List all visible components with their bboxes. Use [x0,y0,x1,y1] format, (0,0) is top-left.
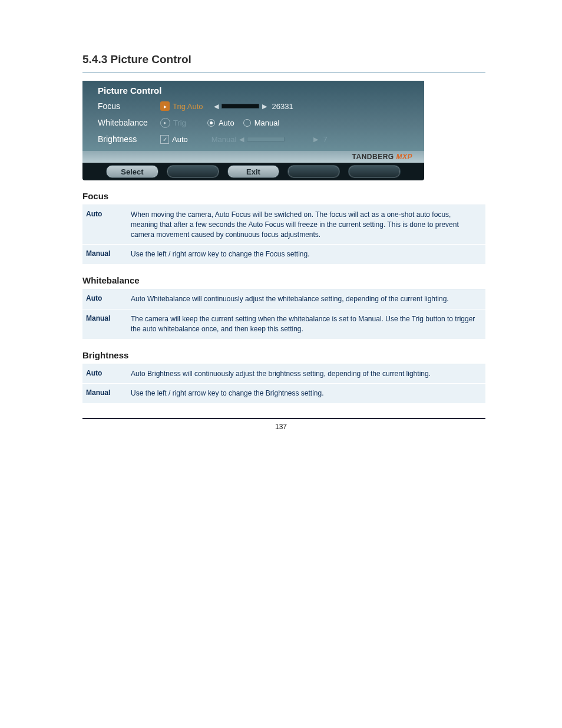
select-button[interactable]: Select [106,165,158,178]
panel-title: Picture Control [98,85,414,98]
picture-control-panel: Picture Control Focus ▸ Trig Auto ◀ ▶ 26… [82,81,424,180]
table-row: Auto Auto Whitebalance will continuously… [82,289,485,309]
focus-table: Auto When moving the camera, Auto Focus … [82,205,485,265]
table-row: Manual Use the left / right arrow key to… [82,245,485,265]
table-row: Manual Use the left / right arrow key to… [82,384,485,404]
focus-slider[interactable] [222,104,259,108]
table-row: Manual The camera will keep the current … [82,309,485,340]
blank-button-2[interactable] [287,165,340,178]
focus-label: Focus [98,101,156,111]
left-arrow-icon[interactable]: ◀ [214,103,219,110]
footer-rule [82,418,485,419]
brightness-row: Brightness ✓ Auto Manual ◀ ▶ 7 [98,131,414,147]
brightness-label: Brightness [98,134,156,144]
brightness-table: Auto Auto Brightness will continuously a… [82,364,485,404]
trig-auto-icon: ▸ [160,101,170,111]
play-icon: ▸ [160,118,170,128]
right-arrow-icon[interactable]: ▶ [262,103,267,110]
whitebalance-heading: Whitebalance [82,275,485,285]
brand-strip: TANDBERG MXP [82,151,424,163]
whitebalance-row: Whitebalance ▸ Trig Auto Manual [98,114,414,131]
whitebalance-label: Whitebalance [98,118,156,127]
wb-auto-radio[interactable]: Auto [207,118,234,127]
section-heading: 5.4.3 Picture Control [82,53,485,66]
page-number: 137 [0,423,562,431]
focus-row: Focus ▸ Trig Auto ◀ ▶ 26331 [98,98,414,114]
wb-manual-radio[interactable]: Manual [243,118,280,127]
blank-button-3[interactable] [348,165,401,178]
heading-rule [82,72,485,73]
left-arrow-icon[interactable]: ◀ [239,136,244,143]
brightness-heading: Brightness [82,350,485,360]
whitebalance-table: Auto Auto Whitebalance will continuously… [82,289,485,339]
brightness-value: 7 [323,135,327,144]
focus-value: 26331 [272,102,293,111]
brightness-slider[interactable] [247,137,285,141]
whitebalance-trig[interactable]: ▸ Trig [160,118,186,128]
focus-trig-auto[interactable]: ▸ Trig Auto [160,101,203,111]
brightness-auto-check[interactable]: ✓ Auto [160,135,188,144]
checkbox-icon: ✓ [160,135,169,144]
blank-button-1[interactable] [167,165,219,178]
right-arrow-icon[interactable]: ▶ [313,136,318,143]
button-bar: Select Exit [82,163,424,180]
table-row: Auto Auto Brightness will continuously a… [82,364,485,384]
exit-button[interactable]: Exit [227,165,280,178]
brightness-manual-label: Manual [211,135,237,144]
focus-heading: Focus [82,191,485,201]
table-row: Auto When moving the camera, Auto Focus … [82,205,485,245]
